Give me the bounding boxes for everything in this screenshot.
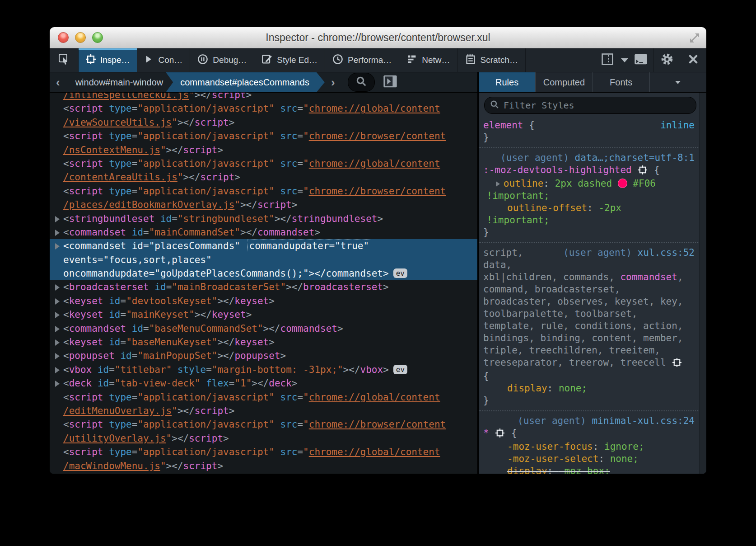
rule-line[interactable]: outline: 2px dashed #F06: [483, 178, 695, 190]
tab-console[interactable]: Con…: [137, 48, 190, 72]
search-nodes-button[interactable]: [348, 73, 375, 92]
markup-line[interactable]: <script type="application/javascript" sr…: [50, 129, 477, 143]
markup-line[interactable]: <deck id="tab-view-deck" flex="1"></deck…: [50, 377, 477, 390]
color-swatch[interactable]: [618, 179, 627, 188]
expand-arrow-icon[interactable]: [55, 216, 60, 222]
markup-line[interactable]: <script type="application/javascript" sr…: [50, 102, 477, 115]
expand-arrow-icon[interactable]: [55, 381, 60, 387]
zoom-window-button[interactable]: [92, 32, 103, 43]
tab-performance[interactable]: Performa…: [325, 48, 399, 72]
split-console-button[interactable]: [628, 48, 654, 72]
markup-line[interactable]: <script type="application/javascript" sr…: [50, 418, 477, 431]
rule-line[interactable]: display: none;: [483, 382, 695, 395]
rule-line[interactable]: toolbarpalette, toolbarset,: [483, 308, 695, 320]
expand-arrow-icon[interactable]: [55, 367, 60, 373]
tab-network[interactable]: Netw…: [399, 48, 457, 72]
style-filter-input[interactable]: [503, 99, 691, 111]
rule-line[interactable]: triple, treechildren, treeitem,: [483, 344, 695, 357]
rule-line[interactable]: }: [483, 395, 695, 407]
markup-line[interactable]: <keyset id="devtoolsKeyset"></keyset>: [50, 294, 477, 308]
rule-line[interactable]: !important;: [483, 190, 695, 202]
rule-line[interactable]: outline-offset: -2px: [483, 202, 695, 214]
sidebar-tab-computed[interactable]: Computed: [536, 72, 593, 92]
markup-line[interactable]: <script type="application/javascript" sr…: [50, 445, 477, 459]
rule-source-link[interactable]: (user agent) minimal-xul.css:24: [518, 415, 695, 427]
rule-line[interactable]: }: [483, 132, 695, 144]
markup-line[interactable]: /inlineSpellCheckUI.js"></script>: [50, 93, 477, 102]
markup-line[interactable]: <commandset id="mainCommandSet"></comman…: [50, 226, 477, 239]
sidebar-tabs-dropdown[interactable]: [650, 72, 706, 92]
expand-arrow-icon[interactable]: [55, 230, 60, 236]
markup-line[interactable]: <keyset id="mainKeyset"></keyset>: [50, 308, 477, 321]
resize-icon[interactable]: [688, 32, 700, 43]
markup-line[interactable]: <broadcasterset id="mainBroadcasterSet">…: [50, 280, 477, 294]
markup-line[interactable]: /places/editBookmarkOverlay.js"></script…: [50, 198, 477, 212]
dock-side-button[interactable]: [602, 48, 628, 72]
markup-line[interactable]: <stringbundleset id="stringbundleset"></…: [50, 212, 477, 226]
highlight-target-icon[interactable]: [495, 428, 504, 441]
tab-scratchpad[interactable]: Scratch…: [458, 48, 526, 72]
markup-line[interactable]: /editMenuOverlay.js"></script>: [50, 404, 477, 418]
minimize-window-button[interactable]: [75, 32, 86, 43]
event-badge[interactable]: ev: [393, 268, 407, 278]
rule-line[interactable]: broadcaster, observes, keyset, key,: [483, 296, 695, 308]
expand-arrow-icon[interactable]: [55, 353, 60, 359]
markup-line[interactable]: <popupset id="mainPopupSet"></popupset>: [50, 349, 477, 362]
rule-line[interactable]: bindings, binding, content, member,: [483, 332, 695, 344]
markup-line[interactable]: <keyset id="baseMenuKeyset"></keyset>: [50, 335, 477, 349]
settings-button[interactable]: [654, 48, 680, 72]
markup-line[interactable]: <commandset id="placesCommands" commandu…: [50, 239, 477, 253]
rule-line[interactable]: }: [483, 226, 695, 239]
rule-source-link[interactable]: (user agent) data…;charset=utf-8:1: [500, 152, 695, 164]
rule-line[interactable]: treeseparator, treerow, treecell: [483, 357, 695, 370]
expand-arrow-icon[interactable]: [55, 326, 60, 332]
tab-debugger[interactable]: Debug…: [190, 48, 254, 72]
rule-line[interactable]: * {: [483, 427, 695, 441]
expand-pane-button[interactable]: [383, 75, 397, 90]
node-picker-button[interactable]: [50, 48, 79, 72]
breadcrumb-back-icon[interactable]: ‹: [50, 72, 66, 92]
markup-line[interactable]: <vbox id="titlebar" style="margin-bottom…: [50, 363, 477, 377]
markup-line[interactable]: /nsContextMenu.js"></script>: [50, 143, 477, 157]
markup-line[interactable]: <script type="application/javascript" sr…: [50, 184, 477, 198]
breadcrumb-item-window[interactable]: window#main-window: [66, 72, 173, 92]
tab-inspector[interactable]: Inspe…: [79, 48, 137, 72]
rule-line[interactable]: xbl|children, commands, commandset,: [483, 271, 695, 283]
rule-line[interactable]: template, rule, conditions, action,: [483, 320, 695, 332]
rule-line[interactable]: (user agent) minimal-xul.css:24: [483, 415, 695, 427]
markup-line[interactable]: /viewSourceUtils.js"></script>: [50, 116, 477, 129]
event-badge[interactable]: ev: [393, 365, 407, 374]
close-window-button[interactable]: [58, 32, 69, 43]
titlebar[interactable]: Inspector - chrome://browser/content/bro…: [50, 27, 706, 48]
expand-arrow-icon[interactable]: [496, 181, 500, 187]
expand-arrow-icon[interactable]: [55, 284, 60, 291]
rule-line[interactable]: display: -moz-box;: [483, 465, 695, 474]
markup-line[interactable]: events="focus,sort,places": [50, 253, 477, 267]
rule-line[interactable]: {: [483, 370, 695, 382]
expand-arrow-icon[interactable]: [55, 339, 60, 346]
expand-arrow-icon[interactable]: [55, 298, 60, 305]
close-devtools-button[interactable]: [680, 48, 706, 72]
rule-line[interactable]: -moz-user-focus: ignore;: [483, 441, 695, 453]
rules-scrollbar-track[interactable]: [699, 93, 706, 474]
markup-line[interactable]: oncommandupdate="goUpdatePlacesCommands(…: [50, 267, 477, 280]
rule-line[interactable]: (user agent) xul.css:52script,: [483, 247, 695, 259]
rule-line[interactable]: -moz-user-select: none;: [483, 453, 695, 465]
expand-arrow-icon[interactable]: [55, 243, 60, 249]
markup-line[interactable]: /contentAreaUtils.js"></script>: [50, 170, 477, 184]
markup-line[interactable]: <script type="application/javascript" sr…: [50, 157, 477, 170]
sidebar-tab-rules[interactable]: Rules: [479, 72, 536, 92]
markup-line[interactable]: /utilityOverlay.js"></script>: [50, 432, 477, 445]
markup-view[interactable]: /inlineSpellCheckUI.js"></script><script…: [50, 93, 477, 474]
breadcrumb-item-commandset[interactable]: commandset#placesCommands: [166, 72, 325, 92]
markup-line[interactable]: /macWindowMenu.js"></script>: [50, 459, 477, 473]
highlight-target-icon[interactable]: [638, 165, 647, 178]
highlight-target-icon[interactable]: [672, 358, 681, 370]
tab-style-editor[interactable]: Style Ed…: [254, 48, 325, 72]
expand-arrow-icon[interactable]: [55, 312, 60, 318]
sidebar-tab-fonts[interactable]: Fonts: [593, 72, 650, 92]
breadcrumb-forward-icon[interactable]: ›: [325, 72, 341, 92]
rule-source-link[interactable]: (user agent) xul.css:52: [563, 247, 695, 259]
rule-line[interactable]: (user agent) data…;charset=utf-8:1: [483, 152, 695, 164]
markup-line[interactable]: <script type="application/javascript" sr…: [50, 391, 477, 404]
